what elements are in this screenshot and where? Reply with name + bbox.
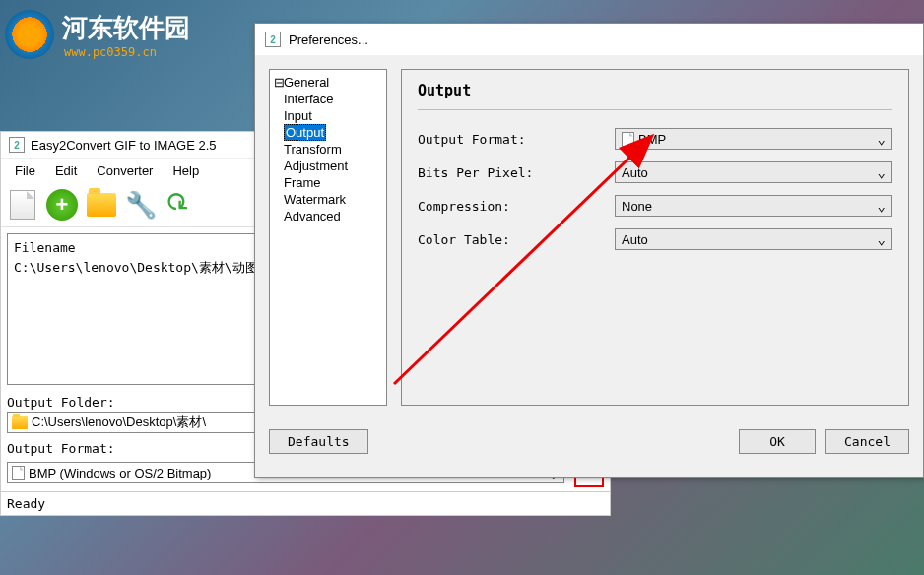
pref-colortable-label: Color Table: — [418, 232, 615, 247]
tree-item-watermark[interactable]: Watermark — [272, 191, 384, 208]
toolbar-refresh[interactable]: ⟳ — [163, 187, 198, 223]
pref-compression-label: Compression: — [418, 199, 615, 214]
watermark-logo: 河东软件园 www.pc0359.cn — [5, 10, 190, 59]
menu-converter[interactable]: Converter — [87, 160, 163, 181]
folder-icon — [87, 193, 116, 217]
document-icon — [622, 132, 634, 147]
document-icon — [12, 466, 25, 480]
pref-format-select[interactable]: BMP — [615, 128, 892, 150]
pref-bpp-value: Auto — [622, 165, 648, 180]
watermark-text: 河东软件园 — [62, 11, 190, 45]
toolbar-new[interactable] — [5, 187, 40, 223]
tree-item-general[interactable]: ⊟General — [272, 74, 384, 91]
menu-file[interactable]: File — [5, 160, 45, 181]
watermark-icon — [5, 10, 54, 59]
tree-item-transform[interactable]: Transform — [272, 141, 384, 158]
tree-item-interface[interactable]: Interface — [272, 91, 384, 107]
pref-row-format: Output Format: BMP — [418, 128, 892, 150]
tree-item-advanced[interactable]: Advanced — [272, 208, 384, 224]
pref-row-colortable: Color Table: Auto — [418, 228, 892, 250]
pref-compression-value: None — [622, 199, 652, 214]
menu-edit[interactable]: Edit — [45, 160, 87, 181]
statusbar: Ready — [1, 491, 610, 515]
pref-bpp-select[interactable]: Auto — [615, 161, 892, 183]
ok-button[interactable]: OK — [739, 429, 816, 454]
pref-compression-select[interactable]: None — [615, 195, 892, 217]
plus-icon: + — [46, 189, 78, 221]
preferences-heading: Output — [418, 82, 892, 110]
watermark-url: www.pc0359.cn — [64, 45, 190, 59]
defaults-button[interactable]: Defaults — [269, 429, 368, 454]
output-folder-value: C:\Users\lenovo\Desktop\素材\ — [32, 414, 206, 431]
toolbar-open[interactable] — [84, 187, 119, 223]
tree-item-input[interactable]: Input — [272, 107, 384, 124]
app-icon: 2 — [265, 32, 281, 47]
folder-icon — [12, 416, 28, 429]
preferences-dialog: 2 Preferences... ⊟General Interface Inpu… — [254, 23, 924, 478]
toolbar-settings[interactable]: 🔧 — [123, 187, 159, 223]
tree-item-adjustment[interactable]: Adjustment — [272, 158, 384, 174]
pref-bpp-label: Bits Per Pixel: — [418, 165, 615, 180]
main-title: Easy2Convert GIF to IMAGE 2.5 — [31, 138, 217, 153]
toolbar-add[interactable]: + — [44, 187, 80, 223]
preferences-buttons: Defaults OK Cancel — [255, 419, 923, 464]
pref-colortable-value: Auto — [622, 232, 648, 247]
document-icon — [10, 190, 35, 220]
cancel-button[interactable]: Cancel — [825, 429, 909, 454]
tree-item-output[interactable]: Output — [272, 124, 384, 141]
pref-colortable-select[interactable]: Auto — [615, 228, 892, 250]
preferences-tree[interactable]: ⊟General Interface Input Output Transfor… — [269, 69, 387, 406]
menu-help[interactable]: Help — [163, 160, 209, 181]
pref-row-compression: Compression: None — [418, 195, 892, 217]
app-icon: 2 — [9, 137, 25, 153]
pref-format-value: BMP — [638, 132, 666, 147]
preferences-content: Output Output Format: BMP Bits Per Pixel… — [401, 69, 909, 406]
tree-item-frame[interactable]: Frame — [272, 174, 384, 191]
preferences-title: Preferences... — [289, 32, 368, 47]
output-format-value: BMP (Windows or OS/2 Bitmap) — [29, 466, 211, 480]
preferences-titlebar: 2 Preferences... — [255, 24, 923, 55]
refresh-icon: ⟳ — [160, 184, 201, 225]
pref-format-label: Output Format: — [418, 132, 615, 147]
wrench-icon: 🔧 — [125, 190, 157, 221]
pref-row-bpp: Bits Per Pixel: Auto — [418, 161, 892, 183]
